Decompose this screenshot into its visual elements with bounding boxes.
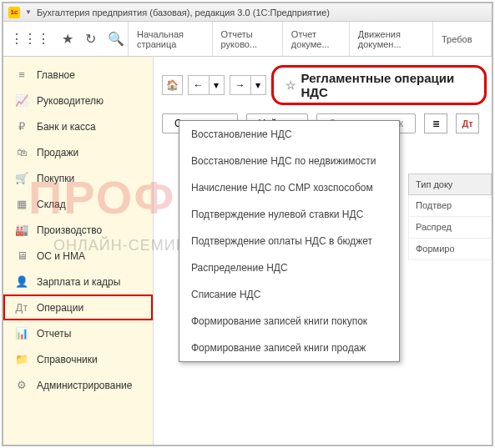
- favorite-star-icon[interactable]: ★: [62, 31, 73, 47]
- menu-item-sales-book[interactable]: Формирование записей книги продаж: [179, 335, 399, 361]
- tab-document-movements[interactable]: Движения докумен...: [350, 22, 433, 56]
- tab-label: Отчеты руково...: [221, 29, 274, 49]
- cart-icon: 🛒: [15, 172, 28, 184]
- tab-bar: Начальная страница Отчеты руково... Отче…: [129, 22, 492, 56]
- table-row[interactable]: Формиро: [408, 239, 492, 260]
- sidebar-item-operations[interactable]: ДтОперации: [3, 294, 153, 320]
- nav-row: 🏠 ← ▾ → ▾ ☆ Регламентные операции НДС: [162, 65, 487, 105]
- factory-icon: 🏭: [15, 224, 28, 236]
- data-table: Тип доку Подтвер Распред Формиро: [408, 174, 492, 260]
- history-icon[interactable]: ↻: [85, 31, 96, 47]
- sidebar-label: Покупки: [37, 173, 74, 184]
- menu-item-vat-distribution[interactable]: Распределение НДС: [179, 254, 399, 281]
- page-title-text: Регламентные операции НДС: [301, 71, 472, 99]
- page-title-box: ☆ Регламентные операции НДС: [271, 65, 487, 105]
- toolbar-left: ⋮⋮⋮ ★ ↻ 🔍: [3, 22, 129, 56]
- monitor-icon: 🖥: [15, 249, 28, 262]
- menu-item-vat-smr[interactable]: Начисление НДС по СМР хозспособом: [179, 174, 399, 201]
- chart-icon: 📈: [15, 94, 28, 107]
- sidebar-item-production[interactable]: 🏭Производство: [3, 217, 153, 243]
- sidebar-item-sales[interactable]: 🛍Продажи: [3, 139, 153, 165]
- sidebar-item-bank[interactable]: ₽Банк и касса: [3, 113, 153, 139]
- menu-item-vat-budget-payment[interactable]: Подтверждение оплаты НДС в бюджет: [179, 228, 399, 254]
- back-history-button[interactable]: ▾: [210, 75, 225, 95]
- person-icon: 👤: [15, 275, 28, 288]
- app-menu-caret-icon[interactable]: ▼: [25, 8, 32, 16]
- dtkt-icon: Дт: [15, 301, 28, 314]
- sidebar-item-manager[interactable]: 📈Руководителю: [3, 88, 153, 113]
- tab-reports-manager[interactable]: Отчеты руково...: [213, 22, 283, 56]
- sidebar-label: Производство: [37, 224, 102, 236]
- home-button[interactable]: 🏠: [162, 75, 183, 95]
- table-row[interactable]: Подтвер: [408, 195, 492, 217]
- sidebar-label: Зарплата и кадры: [37, 276, 120, 288]
- sidebar-item-main[interactable]: ≡Главное: [3, 62, 153, 88]
- tab-label: Требов: [442, 34, 482, 44]
- sidebar-label: Справочники: [37, 354, 98, 365]
- menu-icon: ≡: [15, 68, 28, 81]
- sidebar-label: Продажи: [37, 147, 78, 159]
- forward-history-button[interactable]: ▾: [251, 75, 266, 95]
- sidebar-label: Главное: [37, 69, 75, 81]
- ruble-icon: ₽: [15, 120, 28, 133]
- sidebar-item-admin[interactable]: ⚙Администрирование: [3, 372, 153, 398]
- menu-item-purchase-book[interactable]: Формирование записей книги покупок: [179, 308, 399, 335]
- tab-home[interactable]: Начальная страница: [129, 22, 213, 56]
- menu-item-vat-zero-rate[interactable]: Подтверждение нулевой ставки НДС: [179, 201, 399, 228]
- back-button[interactable]: ←: [188, 75, 210, 95]
- sidebar-label: Руководителю: [37, 95, 104, 107]
- sidebar-item-purchases[interactable]: 🛒Покупки: [3, 165, 153, 191]
- menu-item-vat-writeoff[interactable]: Списание НДС: [179, 281, 399, 308]
- sidebar-item-warehouse[interactable]: ▦Склад: [3, 191, 153, 217]
- menu-item-vat-restore-realestate[interactable]: Восстановление НДС по недвижимости: [179, 148, 399, 174]
- app-logo-icon: 1c: [8, 7, 20, 18]
- list-settings-button[interactable]: ≣: [424, 113, 447, 133]
- create-dropdown-menu: Восстановление НДС Восстановление НДС по…: [179, 120, 400, 362]
- tab-label: Отчет докуме...: [291, 29, 341, 49]
- sidebar-item-reports[interactable]: 📊Отчеты: [3, 320, 153, 346]
- apps-grid-icon[interactable]: ⋮⋮⋮: [10, 31, 50, 47]
- folder-icon: 📁: [15, 353, 28, 365]
- window-title: Бухгалтерия предприятия (базовая), редак…: [37, 8, 330, 18]
- tab-requirement[interactable]: Требов: [433, 22, 492, 56]
- tab-report-document[interactable]: Отчет докуме...: [283, 22, 350, 56]
- tab-label: Начальная страница: [137, 29, 204, 49]
- sidebar: ≡Главное 📈Руководителю ₽Банк и касса 🛍Пр…: [3, 57, 154, 445]
- tab-label: Движения докумен...: [358, 29, 424, 49]
- sidebar-item-assets[interactable]: 🖥ОС и НМА: [3, 243, 153, 269]
- sidebar-item-salary[interactable]: 👤Зарплата и кадры: [3, 269, 153, 294]
- bag-icon: 🛍: [15, 146, 28, 159]
- forward-button[interactable]: →: [230, 75, 251, 95]
- barchart-icon: 📊: [15, 327, 28, 340]
- sidebar-label: ОС и НМА: [37, 250, 85, 262]
- dtkt-button[interactable]: Дт: [456, 113, 479, 133]
- gear-icon: ⚙: [15, 379, 28, 391]
- table-row[interactable]: Распред: [408, 217, 492, 239]
- titlebar: 1c ▼ Бухгалтерия предприятия (базовая), …: [3, 3, 492, 22]
- search-icon[interactable]: 🔍: [108, 31, 124, 47]
- grid-icon: ▦: [15, 198, 28, 210]
- main-toolbar: ⋮⋮⋮ ★ ↻ 🔍 Начальная страница Отчеты руко…: [3, 22, 492, 57]
- sidebar-item-catalogs[interactable]: 📁Справочники: [3, 346, 153, 372]
- pin-star-icon[interactable]: ☆: [285, 78, 296, 92]
- sidebar-label: Банк и касса: [37, 121, 96, 133]
- sidebar-label: Администрирование: [37, 380, 132, 391]
- menu-item-vat-restore[interactable]: Восстановление НДС: [179, 121, 399, 148]
- table-header[interactable]: Тип доку: [408, 174, 492, 195]
- sidebar-label: Отчеты: [37, 328, 71, 340]
- sidebar-label: Склад: [37, 199, 66, 210]
- sidebar-label: Операции: [37, 302, 83, 314]
